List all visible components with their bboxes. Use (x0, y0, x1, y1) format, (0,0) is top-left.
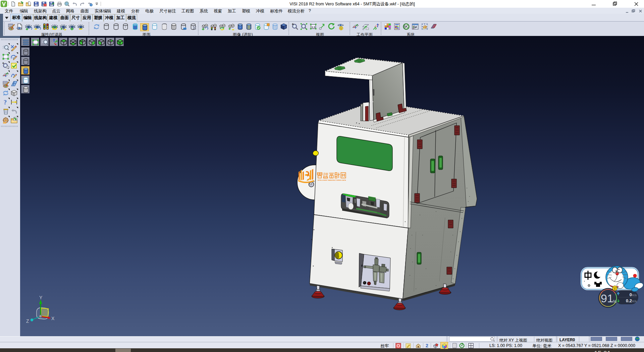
svg-text:1:1: 1:1 (312, 26, 316, 29)
